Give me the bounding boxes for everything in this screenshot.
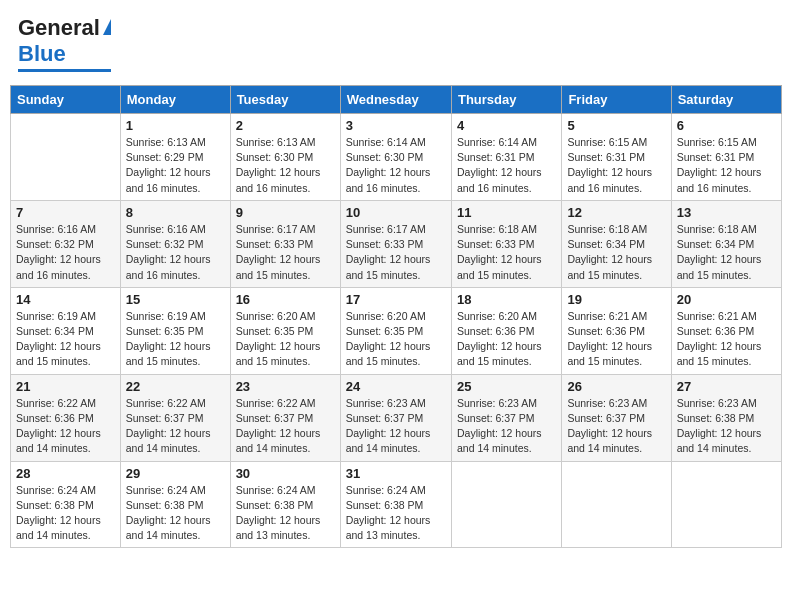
day-number: 25 bbox=[457, 379, 556, 394]
day-number: 31 bbox=[346, 466, 446, 481]
calendar-cell: 4Sunrise: 6:14 AM Sunset: 6:31 PM Daylig… bbox=[451, 114, 561, 201]
day-info: Sunrise: 6:23 AM Sunset: 6:37 PM Dayligh… bbox=[346, 396, 446, 457]
day-number: 4 bbox=[457, 118, 556, 133]
calendar-cell: 7Sunrise: 6:16 AM Sunset: 6:32 PM Daylig… bbox=[11, 200, 121, 287]
col-header-monday: Monday bbox=[120, 86, 230, 114]
calendar-cell: 1Sunrise: 6:13 AM Sunset: 6:29 PM Daylig… bbox=[120, 114, 230, 201]
day-info: Sunrise: 6:19 AM Sunset: 6:35 PM Dayligh… bbox=[126, 309, 225, 370]
day-info: Sunrise: 6:15 AM Sunset: 6:31 PM Dayligh… bbox=[677, 135, 776, 196]
calendar-cell: 23Sunrise: 6:22 AM Sunset: 6:37 PM Dayli… bbox=[230, 374, 340, 461]
day-number: 2 bbox=[236, 118, 335, 133]
calendar-cell: 27Sunrise: 6:23 AM Sunset: 6:38 PM Dayli… bbox=[671, 374, 781, 461]
calendar-cell bbox=[671, 461, 781, 548]
day-info: Sunrise: 6:14 AM Sunset: 6:31 PM Dayligh… bbox=[457, 135, 556, 196]
col-header-thursday: Thursday bbox=[451, 86, 561, 114]
calendar-cell: 19Sunrise: 6:21 AM Sunset: 6:36 PM Dayli… bbox=[562, 287, 671, 374]
day-info: Sunrise: 6:24 AM Sunset: 6:38 PM Dayligh… bbox=[346, 483, 446, 544]
day-number: 29 bbox=[126, 466, 225, 481]
day-number: 7 bbox=[16, 205, 115, 220]
calendar-cell: 8Sunrise: 6:16 AM Sunset: 6:32 PM Daylig… bbox=[120, 200, 230, 287]
day-info: Sunrise: 6:23 AM Sunset: 6:38 PM Dayligh… bbox=[677, 396, 776, 457]
day-info: Sunrise: 6:18 AM Sunset: 6:34 PM Dayligh… bbox=[567, 222, 665, 283]
logo-triangle-icon bbox=[103, 19, 111, 35]
calendar-table: SundayMondayTuesdayWednesdayThursdayFrid… bbox=[10, 85, 782, 548]
week-row-2: 7Sunrise: 6:16 AM Sunset: 6:32 PM Daylig… bbox=[11, 200, 782, 287]
day-number: 24 bbox=[346, 379, 446, 394]
day-info: Sunrise: 6:13 AM Sunset: 6:29 PM Dayligh… bbox=[126, 135, 225, 196]
day-number: 1 bbox=[126, 118, 225, 133]
calendar-cell bbox=[451, 461, 561, 548]
day-info: Sunrise: 6:20 AM Sunset: 6:35 PM Dayligh… bbox=[346, 309, 446, 370]
day-number: 27 bbox=[677, 379, 776, 394]
day-info: Sunrise: 6:24 AM Sunset: 6:38 PM Dayligh… bbox=[236, 483, 335, 544]
day-number: 15 bbox=[126, 292, 225, 307]
day-number: 9 bbox=[236, 205, 335, 220]
day-info: Sunrise: 6:22 AM Sunset: 6:37 PM Dayligh… bbox=[126, 396, 225, 457]
calendar-cell: 26Sunrise: 6:23 AM Sunset: 6:37 PM Dayli… bbox=[562, 374, 671, 461]
calendar-cell: 9Sunrise: 6:17 AM Sunset: 6:33 PM Daylig… bbox=[230, 200, 340, 287]
day-info: Sunrise: 6:24 AM Sunset: 6:38 PM Dayligh… bbox=[16, 483, 115, 544]
day-info: Sunrise: 6:21 AM Sunset: 6:36 PM Dayligh… bbox=[677, 309, 776, 370]
day-info: Sunrise: 6:23 AM Sunset: 6:37 PM Dayligh… bbox=[567, 396, 665, 457]
logo-blue: Blue bbox=[18, 41, 66, 67]
week-row-4: 21Sunrise: 6:22 AM Sunset: 6:36 PM Dayli… bbox=[11, 374, 782, 461]
day-number: 26 bbox=[567, 379, 665, 394]
col-header-wednesday: Wednesday bbox=[340, 86, 451, 114]
day-number: 22 bbox=[126, 379, 225, 394]
calendar-cell: 14Sunrise: 6:19 AM Sunset: 6:34 PM Dayli… bbox=[11, 287, 121, 374]
day-info: Sunrise: 6:20 AM Sunset: 6:36 PM Dayligh… bbox=[457, 309, 556, 370]
calendar-cell: 28Sunrise: 6:24 AM Sunset: 6:38 PM Dayli… bbox=[11, 461, 121, 548]
calendar-cell: 5Sunrise: 6:15 AM Sunset: 6:31 PM Daylig… bbox=[562, 114, 671, 201]
calendar-cell: 11Sunrise: 6:18 AM Sunset: 6:33 PM Dayli… bbox=[451, 200, 561, 287]
day-number: 14 bbox=[16, 292, 115, 307]
calendar-cell: 30Sunrise: 6:24 AM Sunset: 6:38 PM Dayli… bbox=[230, 461, 340, 548]
day-info: Sunrise: 6:18 AM Sunset: 6:34 PM Dayligh… bbox=[677, 222, 776, 283]
day-number: 19 bbox=[567, 292, 665, 307]
day-number: 18 bbox=[457, 292, 556, 307]
col-header-sunday: Sunday bbox=[11, 86, 121, 114]
calendar-cell: 2Sunrise: 6:13 AM Sunset: 6:30 PM Daylig… bbox=[230, 114, 340, 201]
calendar-header-row: SundayMondayTuesdayWednesdayThursdayFrid… bbox=[11, 86, 782, 114]
day-info: Sunrise: 6:16 AM Sunset: 6:32 PM Dayligh… bbox=[16, 222, 115, 283]
day-info: Sunrise: 6:17 AM Sunset: 6:33 PM Dayligh… bbox=[236, 222, 335, 283]
logo: General Blue bbox=[18, 15, 111, 72]
day-info: Sunrise: 6:17 AM Sunset: 6:33 PM Dayligh… bbox=[346, 222, 446, 283]
day-info: Sunrise: 6:15 AM Sunset: 6:31 PM Dayligh… bbox=[567, 135, 665, 196]
day-number: 17 bbox=[346, 292, 446, 307]
day-info: Sunrise: 6:21 AM Sunset: 6:36 PM Dayligh… bbox=[567, 309, 665, 370]
day-number: 12 bbox=[567, 205, 665, 220]
day-info: Sunrise: 6:20 AM Sunset: 6:35 PM Dayligh… bbox=[236, 309, 335, 370]
day-number: 23 bbox=[236, 379, 335, 394]
calendar-cell: 6Sunrise: 6:15 AM Sunset: 6:31 PM Daylig… bbox=[671, 114, 781, 201]
day-number: 20 bbox=[677, 292, 776, 307]
day-number: 16 bbox=[236, 292, 335, 307]
calendar-cell: 25Sunrise: 6:23 AM Sunset: 6:37 PM Dayli… bbox=[451, 374, 561, 461]
calendar-cell: 31Sunrise: 6:24 AM Sunset: 6:38 PM Dayli… bbox=[340, 461, 451, 548]
day-number: 6 bbox=[677, 118, 776, 133]
day-info: Sunrise: 6:22 AM Sunset: 6:37 PM Dayligh… bbox=[236, 396, 335, 457]
calendar-cell: 20Sunrise: 6:21 AM Sunset: 6:36 PM Dayli… bbox=[671, 287, 781, 374]
calendar-cell: 29Sunrise: 6:24 AM Sunset: 6:38 PM Dayli… bbox=[120, 461, 230, 548]
day-number: 28 bbox=[16, 466, 115, 481]
calendar-cell: 13Sunrise: 6:18 AM Sunset: 6:34 PM Dayli… bbox=[671, 200, 781, 287]
calendar-cell: 17Sunrise: 6:20 AM Sunset: 6:35 PM Dayli… bbox=[340, 287, 451, 374]
day-number: 11 bbox=[457, 205, 556, 220]
day-number: 21 bbox=[16, 379, 115, 394]
day-info: Sunrise: 6:24 AM Sunset: 6:38 PM Dayligh… bbox=[126, 483, 225, 544]
calendar-cell: 3Sunrise: 6:14 AM Sunset: 6:30 PM Daylig… bbox=[340, 114, 451, 201]
calendar-cell: 21Sunrise: 6:22 AM Sunset: 6:36 PM Dayli… bbox=[11, 374, 121, 461]
day-number: 8 bbox=[126, 205, 225, 220]
day-number: 5 bbox=[567, 118, 665, 133]
week-row-3: 14Sunrise: 6:19 AM Sunset: 6:34 PM Dayli… bbox=[11, 287, 782, 374]
col-header-friday: Friday bbox=[562, 86, 671, 114]
day-info: Sunrise: 6:18 AM Sunset: 6:33 PM Dayligh… bbox=[457, 222, 556, 283]
calendar-cell: 24Sunrise: 6:23 AM Sunset: 6:37 PM Dayli… bbox=[340, 374, 451, 461]
calendar-cell: 10Sunrise: 6:17 AM Sunset: 6:33 PM Dayli… bbox=[340, 200, 451, 287]
calendar-cell: 18Sunrise: 6:20 AM Sunset: 6:36 PM Dayli… bbox=[451, 287, 561, 374]
calendar-cell: 15Sunrise: 6:19 AM Sunset: 6:35 PM Dayli… bbox=[120, 287, 230, 374]
calendar-cell bbox=[562, 461, 671, 548]
day-info: Sunrise: 6:23 AM Sunset: 6:37 PM Dayligh… bbox=[457, 396, 556, 457]
calendar-cell: 22Sunrise: 6:22 AM Sunset: 6:37 PM Dayli… bbox=[120, 374, 230, 461]
logo-general: General bbox=[18, 15, 100, 41]
calendar-cell bbox=[11, 114, 121, 201]
